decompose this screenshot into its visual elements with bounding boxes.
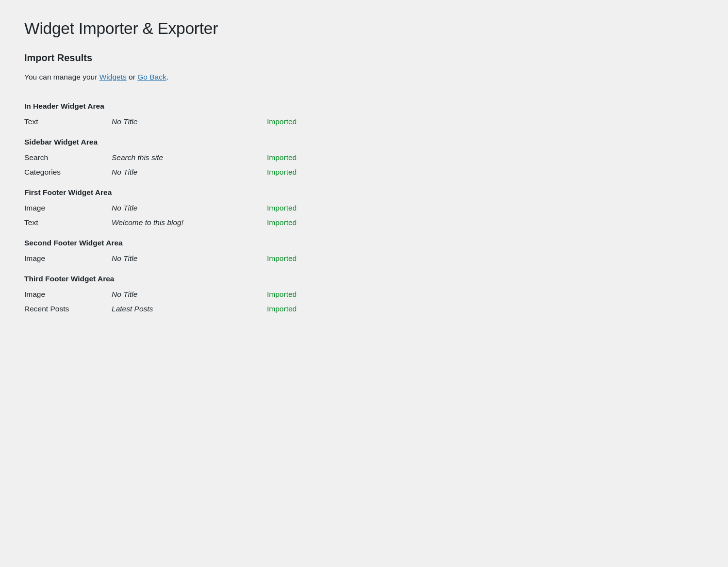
page-title: Widget Importer & Exporter xyxy=(24,19,704,38)
widget-status: Imported xyxy=(267,117,345,126)
widget-title: No Title xyxy=(112,168,267,177)
import-results-heading: Import Results xyxy=(24,52,704,64)
widget-status: Imported xyxy=(267,153,345,162)
widget-title: No Title xyxy=(112,204,267,212)
widget-area-sidebar: Sidebar Widget AreaSearchSearch this sit… xyxy=(24,133,704,179)
widget-type: Search xyxy=(24,153,112,162)
widget-areas-container: In Header Widget AreaTextNo TitleImporte… xyxy=(24,97,704,316)
widget-type: Recent Posts xyxy=(24,305,112,313)
widget-status: Imported xyxy=(267,168,345,177)
intro-text-after: . xyxy=(166,73,168,81)
intro-text-before: You can manage your xyxy=(24,73,99,81)
widget-row: TextNo TitleImported xyxy=(24,114,704,129)
widget-title: No Title xyxy=(112,290,267,299)
widget-row: TextWelcome to this blog!Imported xyxy=(24,215,704,230)
widget-row: ImageNo TitleImported xyxy=(24,251,704,266)
widget-area-title-third-footer: Third Footer Widget Area xyxy=(24,270,704,287)
widget-title: No Title xyxy=(112,117,267,126)
widget-title: No Title xyxy=(112,254,267,263)
widget-status: Imported xyxy=(267,305,345,313)
widget-title: Search this site xyxy=(112,153,267,162)
widget-row: CategoriesNo TitleImported xyxy=(24,165,704,179)
widget-title: Welcome to this blog! xyxy=(112,218,267,227)
widget-title: Latest Posts xyxy=(112,305,267,313)
intro-paragraph: You can manage your Widgets or Go Back. xyxy=(24,71,704,83)
widget-area-first-footer: First Footer Widget AreaImageNo TitleImp… xyxy=(24,183,704,230)
widget-status: Imported xyxy=(267,204,345,212)
widget-type: Categories xyxy=(24,168,112,177)
widget-row: ImageNo TitleImported xyxy=(24,287,704,302)
widget-area-title-sidebar: Sidebar Widget Area xyxy=(24,133,704,150)
widget-type: Image xyxy=(24,204,112,212)
intro-text-middle: or xyxy=(127,73,137,81)
widget-status: Imported xyxy=(267,290,345,299)
widget-area-title-in-header: In Header Widget Area xyxy=(24,97,704,114)
widget-type: Image xyxy=(24,290,112,299)
widget-row: Recent PostsLatest PostsImported xyxy=(24,302,704,316)
widget-status: Imported xyxy=(267,218,345,227)
widget-area-second-footer: Second Footer Widget AreaImageNo TitleIm… xyxy=(24,234,704,266)
widgets-link[interactable]: Widgets xyxy=(99,73,127,81)
widget-area-title-second-footer: Second Footer Widget Area xyxy=(24,234,704,251)
widget-row: SearchSearch this siteImported xyxy=(24,150,704,165)
widget-area-title-first-footer: First Footer Widget Area xyxy=(24,183,704,201)
go-back-link[interactable]: Go Back xyxy=(137,73,166,81)
widget-type: Image xyxy=(24,254,112,263)
widget-type: Text xyxy=(24,218,112,227)
widget-area-in-header: In Header Widget AreaTextNo TitleImporte… xyxy=(24,97,704,129)
widget-row: ImageNo TitleImported xyxy=(24,201,704,215)
widget-status: Imported xyxy=(267,254,345,263)
widget-area-third-footer: Third Footer Widget AreaImageNo TitleImp… xyxy=(24,270,704,316)
widget-type: Text xyxy=(24,117,112,126)
